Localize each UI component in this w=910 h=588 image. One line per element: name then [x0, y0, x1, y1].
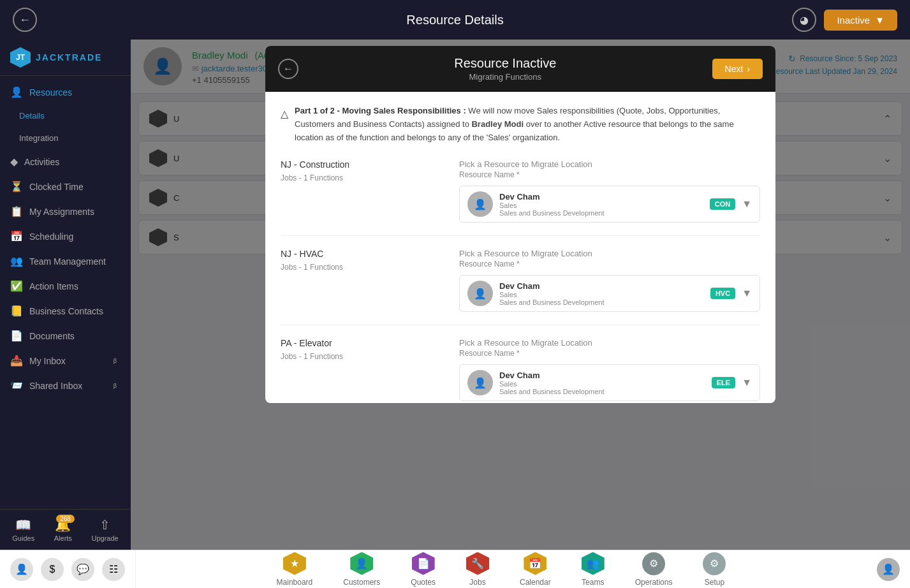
resource-info-name-3: Dev Cham [499, 371, 705, 380]
calendar-icon: 📅 [524, 552, 547, 575]
tag-badge-3: ELE [712, 377, 735, 388]
logo-text: JACKTRADE [36, 52, 102, 62]
my-inbox-badge: β [110, 357, 121, 365]
customers-icon: 👤 [350, 552, 373, 575]
resource-dropdown-1[interactable]: ▼ [742, 198, 752, 210]
modal-back-button[interactable]: ← [278, 59, 298, 79]
sidebar-item-shared-inbox[interactable]: 📨 Shared Inbox β [0, 373, 131, 398]
upgrade-button[interactable]: ⇧ Upgrade [91, 517, 118, 542]
nav-calendar[interactable]: 📅 Calendar [504, 547, 566, 589]
sidebar-item-action-items[interactable]: ✅ Action Items [0, 274, 131, 298]
sidebar-logo: JT JACKTRADE [0, 40, 131, 76]
resource-info-role-1: Sales [499, 202, 703, 209]
operations-icon: ⚙ [642, 552, 665, 575]
resource-required-1: Resource Name * [459, 170, 760, 179]
nav-user-avatar[interactable]: 👤 [877, 558, 900, 581]
header-back-button[interactable]: ← [13, 8, 37, 32]
sidebar-item-scheduling[interactable]: 📅 Scheduling [0, 224, 131, 249]
sidebar-item-my-inbox[interactable]: 📥 My Inbox β [0, 348, 131, 373]
team-management-icon: 👥 [10, 255, 23, 267]
modal-title: Resource Inactive [298, 56, 712, 71]
function-label-3: Jobs - 1 Functions [281, 352, 434, 361]
nav-chat-icon[interactable]: 💬 [71, 558, 94, 581]
location-name-3: PA - Elevator [281, 338, 434, 348]
nav-setup[interactable]: ⚙ Setup [687, 547, 741, 589]
nav-customers[interactable]: 👤 Customers [328, 547, 395, 589]
resource-required-3: Resource Name * [459, 349, 760, 358]
resource-avatar-3: 👤 [467, 370, 493, 395]
resource-info-dept-3: Sales and Business Development [499, 388, 705, 395]
resource-required-2: Resource Name * [459, 260, 760, 268]
migration-section-3: PA - Elevator Jobs - 1 Functions Pick a … [281, 338, 760, 403]
tag-badge-1: CON [710, 198, 735, 210]
resource-inactive-modal: ← Resource Inactive Migrating Functions … [265, 46, 775, 403]
top-header: ← Resource Details ◕ Inactive ▼ [0, 0, 910, 40]
resource-info-dept-2: Sales and Business Development [499, 298, 704, 306]
resource-dropdown-3[interactable]: ▼ [742, 377, 752, 388]
modal-overlay: ← Resource Inactive Migrating Functions … [131, 40, 910, 550]
resource-card-2: 👤 Dev Cham Sales Sales and Business Deve… [459, 275, 760, 312]
resource-info-dept-1: Sales and Business Development [499, 209, 703, 217]
resource-avatar-1: 👤 [467, 191, 493, 217]
nav-billing-icon[interactable]: $ [41, 558, 64, 581]
action-items-icon: ✅ [10, 280, 23, 292]
migration-section-2: NJ - HVAC Jobs - 1 Functions Pick a Reso… [281, 249, 760, 325]
shared-inbox-badge: β [110, 382, 121, 390]
sidebar: JT JACKTRADE 👤 Resources Details Integra… [0, 40, 131, 550]
modal-warning-text: △ Part 1 of 2 - Moving Sales Responsibil… [281, 105, 760, 144]
pick-label-2: Pick a Resource to Migrate Location [459, 249, 760, 258]
sidebar-item-documents[interactable]: 📄 Documents [0, 323, 131, 348]
resource-card-3: 👤 Dev Cham Sales Sales and Business Deve… [459, 364, 760, 401]
guides-button[interactable]: 📖 Guides [12, 517, 34, 542]
chevron-down-icon: ▼ [875, 15, 884, 26]
quotes-icon: 📄 [412, 552, 435, 575]
alerts-button[interactable]: 🔔 268 Alerts [54, 517, 72, 542]
activities-icon: ◆ [10, 156, 18, 168]
page-title: Resource Details [406, 13, 503, 27]
modal-body: △ Part 1 of 2 - Moving Sales Responsibil… [265, 92, 775, 403]
mainboard-icon: ★ [283, 552, 306, 575]
bottom-nav: 👤 $ 💬 ☷ ★ Mainboard 👤 Customers 📄 Quotes… [0, 550, 910, 588]
sidebar-item-resources[interactable]: 👤 Resources [0, 80, 131, 105]
logo-icon: JT [10, 47, 31, 68]
nav-profile-icon[interactable]: 👤 [10, 558, 33, 581]
resource-dropdown-2[interactable]: ▼ [742, 288, 752, 299]
sidebar-item-details[interactable]: Details [0, 105, 131, 127]
location-name-2: NJ - HVAC [281, 249, 434, 259]
documents-icon: 📄 [10, 330, 23, 342]
nav-teams[interactable]: 👥 Teams [566, 547, 620, 589]
function-label-1: Jobs - 1 Functions [281, 173, 434, 182]
nav-quotes[interactable]: 📄 Quotes [395, 547, 451, 589]
compass-icon[interactable]: ◕ [792, 8, 816, 32]
resource-info-name-2: Dev Cham [499, 281, 704, 291]
modal-next-button[interactable]: Next › [712, 59, 763, 79]
resource-info-role-3: Sales [499, 380, 705, 388]
scheduling-icon: 📅 [10, 230, 23, 242]
next-arrow-icon: › [747, 64, 750, 74]
resource-info-name-1: Dev Cham [499, 192, 703, 202]
sidebar-item-my-assignments[interactable]: 📋 My Assignments [0, 199, 131, 224]
sidebar-item-team-management[interactable]: 👥 Team Management [0, 249, 131, 274]
jobs-icon: 🔧 [466, 552, 489, 575]
sidebar-item-activities[interactable]: ◆ Activities [0, 149, 131, 174]
shared-inbox-icon: 📨 [10, 379, 23, 392]
setup-icon: ⚙ [703, 552, 726, 575]
nav-operations[interactable]: ⚙ Operations [620, 547, 688, 589]
content-area: 👤 Bradley Modi (Active) ✉ jacktarde.test… [131, 40, 910, 550]
warning-icon: △ [281, 106, 288, 144]
resources-icon: 👤 [10, 86, 23, 98]
migration-section-1: NJ - Construction Jobs - 1 Functions Pic… [281, 159, 760, 236]
nav-jobs[interactable]: 🔧 Jobs [451, 547, 504, 589]
sidebar-item-clocked-time[interactable]: ⏳ Clocked Time [0, 174, 131, 199]
alerts-badge: 268 [56, 515, 75, 523]
modal-header-center: Resource Inactive Migrating Functions [298, 56, 712, 82]
nav-mainboard[interactable]: ★ Mainboard [261, 547, 328, 589]
sidebar-item-business-contacts[interactable]: 📒 Business Contacts [0, 298, 131, 323]
inactive-button[interactable]: Inactive ▼ [824, 10, 897, 31]
sidebar-item-integration[interactable]: Integration [0, 127, 131, 149]
clocked-time-icon: ⏳ [10, 180, 23, 193]
tag-badge-2: HVC [710, 288, 735, 299]
nav-apps-icon[interactable]: ☷ [102, 558, 125, 581]
upgrade-icon: ⇧ [99, 517, 110, 533]
business-contacts-icon: 📒 [10, 305, 23, 317]
